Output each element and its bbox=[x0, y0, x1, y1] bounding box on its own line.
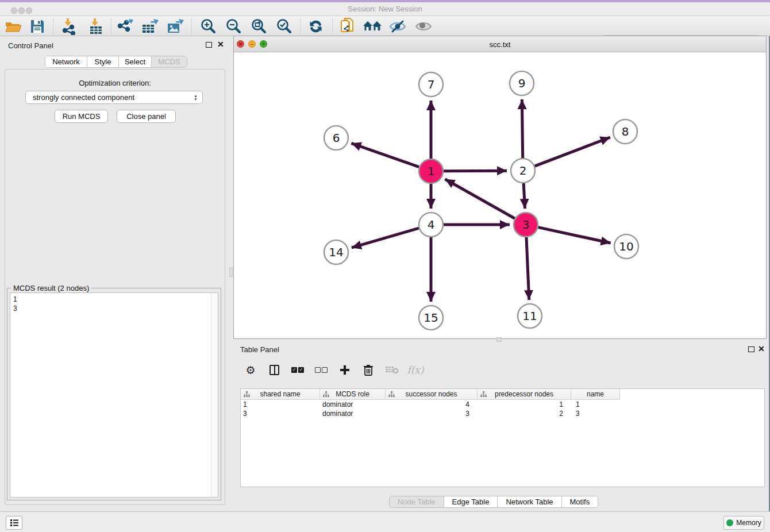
show-all-button[interactable] bbox=[413, 18, 434, 34]
zoom-in-button[interactable] bbox=[197, 18, 219, 34]
table-row[interactable]: 3dominator323 bbox=[241, 409, 764, 418]
table-cell[interactable]: 1 bbox=[571, 400, 620, 409]
node-9[interactable]: 9 bbox=[510, 71, 534, 95]
node-1[interactable]: 1 bbox=[419, 159, 443, 183]
edge-4-to-14[interactable] bbox=[352, 228, 419, 248]
eye-slash-icon bbox=[388, 19, 407, 34]
toolbar-separator bbox=[53, 18, 53, 34]
edge-1-to-2[interactable] bbox=[444, 171, 507, 171]
column-header-name[interactable]: name bbox=[571, 389, 620, 400]
import-network-button[interactable] bbox=[58, 18, 80, 34]
node-label: 1 bbox=[428, 164, 435, 178]
show-panels-button[interactable] bbox=[6, 516, 22, 530]
node-14[interactable]: 14 bbox=[324, 240, 348, 264]
network-view-window: ✕ − + scc.txt 7968124314101511 bbox=[233, 36, 767, 339]
column-header-MCDS-role[interactable]: MCDS role bbox=[320, 389, 386, 400]
tab-select[interactable]: Select bbox=[119, 56, 152, 67]
node-table[interactable]: shared nameMCDS rolesuccessor nodesprede… bbox=[240, 388, 765, 487]
node-3[interactable]: 3 bbox=[514, 213, 538, 237]
delete-row-button[interactable] bbox=[361, 363, 376, 377]
table-cell[interactable]: 4 bbox=[386, 400, 478, 409]
tab-mcds[interactable]: MCDS bbox=[152, 56, 187, 67]
node-4[interactable]: 4 bbox=[419, 213, 443, 237]
edge-2-to-8[interactable] bbox=[535, 137, 610, 166]
node-10[interactable]: 10 bbox=[614, 234, 638, 259]
node-7[interactable]: 7 bbox=[419, 72, 443, 97]
network-canvas[interactable]: 7968124314101511 bbox=[234, 52, 766, 338]
node-label: 7 bbox=[428, 78, 435, 91]
main-titlebar[interactable]: Session: New Session bbox=[0, 2, 770, 16]
mcds-result-title: MCDS result (2 nodes) bbox=[11, 284, 91, 292]
zoom-fit-button[interactable] bbox=[248, 18, 270, 34]
mcds-result-fieldset: MCDS result (2 nodes) 13 bbox=[7, 288, 221, 500]
edge-2-to-3[interactable] bbox=[523, 183, 525, 209]
memory-button[interactable]: Memory bbox=[723, 516, 764, 530]
first-neighbors-button[interactable] bbox=[361, 18, 383, 34]
edge-2-to-9[interactable] bbox=[522, 99, 522, 158]
table-cell[interactable]: 1 bbox=[478, 400, 571, 409]
splitter-grip[interactable] bbox=[496, 337, 502, 342]
delete-column-button[interactable] bbox=[384, 363, 399, 377]
select-all-button[interactable]: ✓✓ bbox=[290, 363, 305, 377]
refresh-layout-button[interactable] bbox=[305, 18, 327, 34]
table-cell[interactable]: 3 bbox=[571, 409, 620, 418]
column-header-shared-name[interactable]: shared name bbox=[241, 389, 320, 400]
edge-3-to-1[interactable] bbox=[445, 179, 514, 218]
import-table-button[interactable] bbox=[84, 18, 106, 34]
memory-label: Memory bbox=[736, 519, 761, 527]
table-settings-button[interactable]: ⚙ bbox=[243, 363, 258, 377]
column-header-predecessor-nodes[interactable]: predecessor nodes bbox=[478, 389, 571, 400]
column-header-successor-nodes[interactable]: successor nodes bbox=[386, 389, 478, 400]
node-6[interactable]: 6 bbox=[324, 126, 348, 150]
table-cell[interactable]: dominator bbox=[320, 409, 386, 418]
table-cell[interactable]: 3 bbox=[241, 409, 320, 418]
tab-network-table[interactable]: Network Table bbox=[498, 496, 561, 507]
hide-selected-button[interactable] bbox=[387, 18, 409, 34]
open-session-button[interactable] bbox=[2, 18, 24, 34]
export-image-button[interactable] bbox=[165, 18, 187, 34]
node-15[interactable]: 15 bbox=[419, 306, 443, 330]
edge-3-to-11[interactable] bbox=[526, 237, 529, 300]
duplicate-network-button[interactable] bbox=[337, 18, 359, 34]
tab-style[interactable]: Style bbox=[87, 56, 119, 67]
network-titlebar[interactable]: ✕ − + scc.txt bbox=[234, 36, 766, 52]
column-type-icon bbox=[244, 391, 250, 398]
close-panel-icon[interactable]: ✕ bbox=[217, 41, 224, 47]
run-mcds-button[interactable]: Run MCDS bbox=[55, 110, 108, 123]
result-scrollbar[interactable] bbox=[211, 293, 218, 497]
export-network-button[interactable] bbox=[114, 18, 136, 34]
function-builder-button[interactable]: f(x) bbox=[408, 363, 423, 377]
tab-edge-table[interactable]: Edge Table bbox=[444, 496, 498, 507]
add-row-button[interactable] bbox=[337, 363, 352, 377]
node-8[interactable]: 8 bbox=[613, 119, 637, 144]
table-cell[interactable]: 2 bbox=[478, 409, 571, 418]
mcds-result-box[interactable]: 13 bbox=[10, 292, 218, 498]
table-toolbar: ⚙ ✓✓ bbox=[240, 358, 760, 381]
close-table-panel-icon[interactable]: ✕ bbox=[758, 346, 765, 352]
edge-3-to-10[interactable] bbox=[538, 228, 610, 243]
float-panel-icon[interactable] bbox=[206, 42, 212, 48]
tab-node-table[interactable]: Node Table bbox=[390, 496, 444, 507]
select-value: strongly connected component bbox=[33, 93, 134, 102]
optimization-criterion-select[interactable]: strongly connected component ▲▼ bbox=[25, 91, 203, 104]
table-cell[interactable]: 1 bbox=[241, 400, 320, 409]
float-table-panel-icon[interactable] bbox=[748, 346, 754, 352]
node-2[interactable]: 2 bbox=[511, 159, 535, 183]
edge-1-to-6[interactable] bbox=[351, 143, 419, 167]
zoom-selected-button[interactable] bbox=[273, 18, 295, 34]
plus-icon bbox=[339, 364, 351, 376]
vertical-splitter-grip[interactable] bbox=[229, 268, 233, 277]
export-table-button[interactable] bbox=[140, 18, 161, 34]
table-cell[interactable]: dominator bbox=[320, 400, 386, 409]
zoom-out-button[interactable] bbox=[222, 18, 244, 34]
table-row[interactable]: 1dominator411 bbox=[241, 400, 764, 409]
save-session-button[interactable] bbox=[26, 18, 48, 34]
close-panel-button[interactable]: Close panel bbox=[117, 110, 176, 123]
tab-motifs[interactable]: Motifs bbox=[562, 496, 598, 507]
column-visibility-button[interactable] bbox=[267, 363, 282, 377]
table-cell[interactable]: 3 bbox=[386, 409, 478, 418]
tab-network[interactable]: Network bbox=[45, 56, 87, 67]
import-network-icon bbox=[60, 18, 78, 35]
node-11[interactable]: 11 bbox=[518, 304, 542, 328]
deselect-all-button[interactable] bbox=[314, 363, 329, 377]
